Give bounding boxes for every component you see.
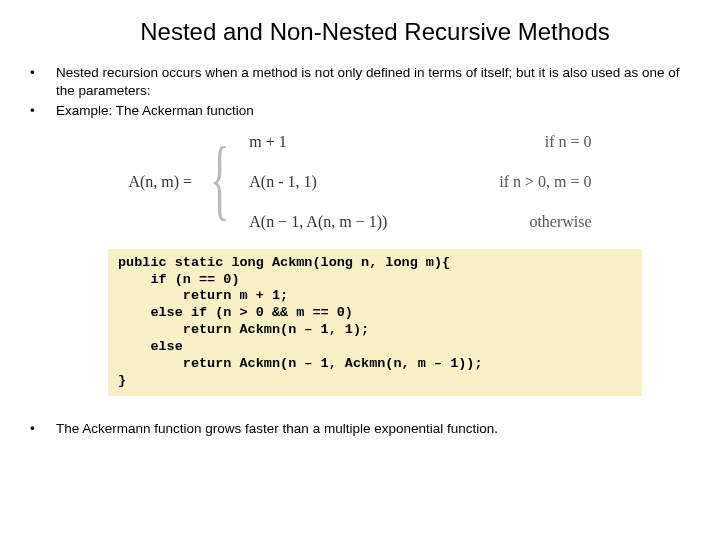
case-expr: A(n - 1, 1) (249, 173, 449, 191)
case-cond: if n > 0, m = 0 (499, 173, 591, 191)
brace-icon: { (210, 141, 229, 218)
bullet-dot: • (28, 102, 56, 120)
case-row: A(n - 1, 1) if n > 0, m = 0 (249, 173, 591, 191)
bullet-item: • The Ackermann function grows faster th… (28, 420, 692, 438)
bullet-text: The Ackermann function grows faster than… (56, 420, 692, 438)
formula-lhs: A(n, m) = (128, 173, 192, 191)
case-row: A(n − 1, A(n, m − 1)) otherwise (249, 213, 591, 231)
formula-cases: m + 1 if n = 0 A(n - 1, 1) if n > 0, m =… (249, 133, 591, 231)
bullet-dot: • (28, 420, 56, 438)
bullet-item: • Example: The Ackerman function (28, 102, 692, 120)
code-block: public static long Ackmn(long n, long m)… (108, 249, 642, 396)
case-row: m + 1 if n = 0 (249, 133, 591, 151)
case-cond: if n = 0 (545, 133, 592, 151)
ackermann-formula: A(n, m) = { m + 1 if n = 0 A(n - 1, 1) i… (28, 133, 692, 231)
bullet-text: Example: The Ackerman function (56, 102, 692, 120)
case-expr: A(n − 1, A(n, m − 1)) (249, 213, 449, 231)
slide-title: Nested and Non-Nested Recursive Methods (58, 18, 692, 46)
bullet-dot: • (28, 64, 56, 100)
conclusion-bullets: • The Ackermann function grows faster th… (28, 420, 692, 438)
intro-bullets: • Nested recursion occurs when a method … (28, 64, 692, 121)
bullet-item: • Nested recursion occurs when a method … (28, 64, 692, 100)
bullet-text: Nested recursion occurs when a method is… (56, 64, 692, 100)
case-cond: otherwise (529, 213, 591, 231)
case-expr: m + 1 (249, 133, 449, 151)
